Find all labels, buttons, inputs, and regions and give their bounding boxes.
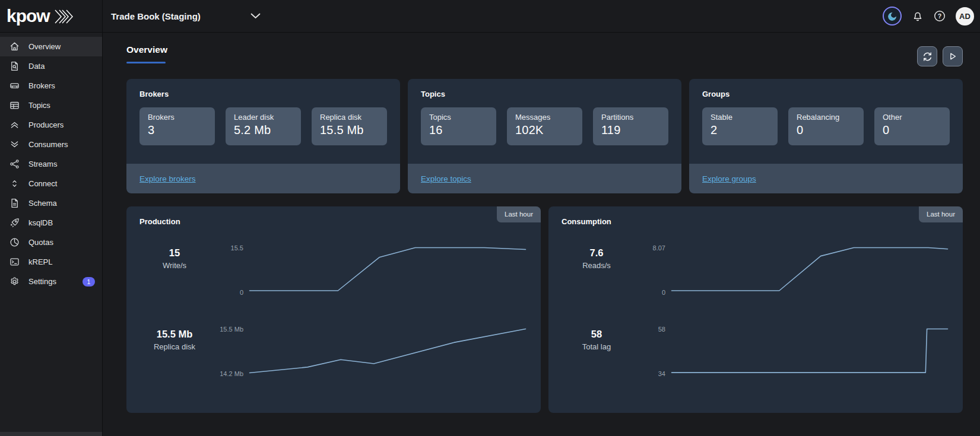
sidebar-item-settings[interactable]: Settings 1 (0, 272, 102, 291)
chevrons-down-icon (9, 139, 20, 149)
sidebar-item-label: Settings (28, 277, 56, 286)
play-button[interactable] (943, 46, 963, 66)
page-title: Overview (126, 44, 167, 55)
stat-tile-other: Other 0 (874, 107, 950, 145)
stat-tile-partitions: Partitions 119 (593, 107, 668, 145)
sidebar-item-label: Brokers (28, 81, 55, 90)
sparkline-chart (671, 246, 949, 293)
card-title: Consumption (562, 217, 949, 226)
y-axis-labels: 8.07 0 (632, 246, 671, 293)
topics-card: Topics Topics 16 Messages 102K Partition… (408, 79, 681, 193)
sidebar-collapse-bar[interactable] (0, 432, 102, 436)
notifications-bell-icon[interactable] (912, 10, 924, 22)
reads-sparkline (671, 246, 949, 293)
sort-icon (9, 179, 20, 189)
sidebar-item-overview[interactable]: Overview (0, 37, 102, 56)
tab-overview[interactable]: Overview (126, 44, 167, 63)
logo-text: kpow (7, 7, 50, 25)
production-card: Last hour Production 15 Write/s 15.5 0 (126, 206, 541, 413)
y-axis-labels: 15.5 0 (210, 246, 249, 293)
sidebar-item-connect[interactable]: Connect (0, 174, 102, 193)
stat-tile-brokers: Brokers 3 (139, 107, 215, 145)
sidebar-item-data[interactable]: Data (0, 56, 102, 76)
stat-tile-messages: Messages 102K (507, 107, 582, 145)
explore-brokers-link[interactable]: Explore brokers (139, 174, 196, 183)
chart-cards-row: Last hour Production 15 Write/s 15.5 0 (126, 206, 963, 413)
sidebar-item-ksqldb[interactable]: ksqlDB (0, 213, 102, 233)
card-footer: Explore topics (408, 164, 681, 193)
card-footer: Explore brokers (126, 164, 400, 193)
groups-tiles: Stable 2 Rebalancing 0 Other 0 (702, 107, 950, 145)
sidebar-item-quotas[interactable]: Quotas (0, 233, 102, 252)
gear-icon (9, 276, 20, 287)
sparkline-chart (671, 327, 949, 374)
sidebar-item-consumers[interactable]: Consumers (0, 135, 102, 154)
sidebar-item-label: Connect (28, 179, 57, 188)
sidebar-item-producers[interactable]: Producers (0, 115, 102, 135)
total-lag-chart-row: 58 Total lag 58 34 (562, 327, 949, 374)
sidebar-item-topics[interactable]: Topics (0, 96, 102, 115)
chevrons-up-icon (9, 120, 20, 130)
environment-selector[interactable]: Trade Book (Staging) (111, 11, 261, 21)
explore-topics-link[interactable]: Explore topics (421, 174, 471, 183)
app-root: kpow Trade Book (Staging) (0, 0, 980, 436)
page-header: Overview (126, 44, 963, 66)
refresh-icon (922, 52, 933, 62)
active-tab-underline (126, 62, 166, 63)
sidebar-item-label: Overview (28, 42, 61, 51)
sidebar-item-streams[interactable]: Streams (0, 154, 102, 174)
sidebar-item-label: Producers (28, 120, 64, 129)
topics-tiles: Topics 16 Messages 102K Partitions 119 (421, 107, 668, 145)
drive-icon (9, 81, 20, 91)
play-icon (948, 52, 957, 61)
settings-badge: 1 (83, 277, 95, 287)
card-title: Groups (702, 90, 950, 98)
refresh-button[interactable] (917, 46, 937, 66)
reads-current-value: 7.6 Reads/s (562, 246, 632, 293)
home-icon (9, 42, 20, 52)
sidebar-item-label: ksqlDB (28, 218, 53, 227)
card-title: Brokers (139, 90, 387, 98)
pie-icon (9, 237, 20, 247)
avatar[interactable]: AD (956, 7, 974, 26)
theme-toggle-moon-icon[interactable] (883, 7, 902, 26)
stat-tile-stable: Stable 2 (702, 107, 778, 145)
sidebar-item-label: Consumers (28, 140, 68, 149)
writes-sparkline (249, 246, 527, 293)
logo-chevrons-icon (53, 9, 74, 24)
sidebar-item-label: Schema (28, 199, 57, 208)
replica-disk-chart-row: 15.5 Mb Replica disk 15.5 Mb 14.2 Mb (139, 327, 527, 374)
sidebar-item-label: Data (28, 62, 45, 71)
stat-tile-topics: Topics 16 (421, 107, 496, 145)
replica-disk-sparkline (249, 327, 527, 374)
writes-chart-row: 15 Write/s 15.5 0 (139, 246, 527, 293)
environment-name: Trade Book (Staging) (111, 11, 201, 21)
y-axis-labels: 15.5 Mb 14.2 Mb (210, 327, 249, 374)
document-icon (9, 198, 20, 208)
replica-disk-current-value: 15.5 Mb Replica disk (139, 327, 210, 374)
y-axis-labels: 58 34 (632, 327, 671, 374)
sidebar-item-label: kREPL (28, 257, 52, 266)
sidebar-item-label: Streams (28, 160, 57, 168)
terminal-icon (9, 257, 20, 267)
time-range-tag: Last hour (497, 206, 541, 222)
total-lag-current-value: 58 Total lag (562, 327, 632, 374)
card-footer: Explore groups (689, 164, 963, 193)
consumption-card: Last hour Consumption 7.6 Reads/s 8.07 0 (548, 206, 963, 413)
sidebar-item-krepl[interactable]: kREPL (0, 252, 102, 272)
sidebar-item-label: Topics (28, 101, 50, 110)
sidebar-item-label: Quotas (28, 238, 53, 247)
sidebar-item-schema[interactable]: Schema (0, 193, 102, 213)
brokers-card: Brokers Brokers 3 Leader disk 5.2 Mb Rep… (126, 79, 400, 193)
chevron-down-icon (250, 13, 261, 19)
sidebar-item-brokers[interactable]: Brokers (0, 76, 102, 96)
logo: kpow (0, 0, 103, 32)
card-title: Production (139, 217, 527, 226)
help-icon[interactable]: ? (934, 10, 946, 22)
topbar-actions: ? AD (883, 7, 980, 26)
share-icon (9, 159, 20, 169)
main-content: Overview Brokers (103, 33, 980, 436)
explore-groups-link[interactable]: Explore groups (702, 174, 756, 183)
sparkline-chart (249, 246, 527, 293)
svg-text:?: ? (938, 12, 941, 20)
